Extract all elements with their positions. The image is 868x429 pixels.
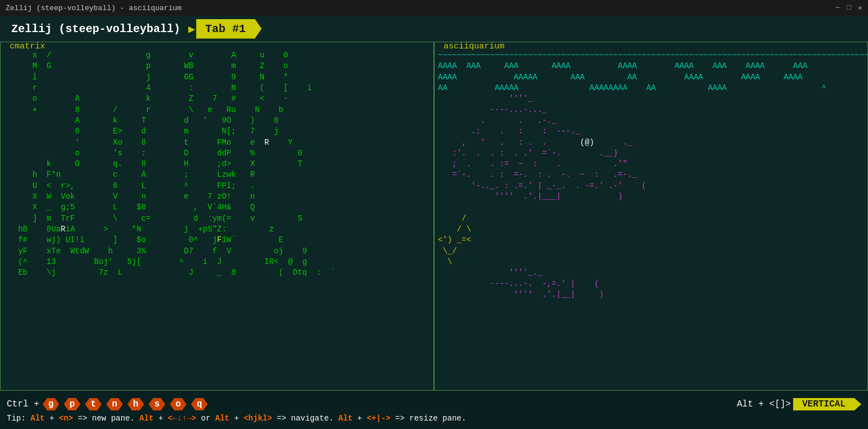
cmatrix-pane-title: cmatrix [7, 42, 47, 51]
tab-arrow-icon: ▶ [188, 22, 195, 36]
tip-text-6: => navigate. [272, 414, 339, 423]
right-keybinding: Alt + <[]> VERTICAL [737, 398, 861, 410]
tip-arrows: <←↓↑→> [168, 414, 196, 423]
tip-text-5: + [229, 414, 243, 423]
keybindings-bar: Ctrl + g p t n h s o q Alt + <[]> VERTIC… [0, 396, 868, 413]
ctrl-label: Ctrl + [7, 399, 39, 409]
key-t[interactable]: t [85, 398, 102, 410]
tip-text-4: + [154, 414, 168, 423]
tip-text-1: Tip: [7, 414, 30, 423]
asciiquarium-pane: asciiquarium ~~~~~~~~~~~~~~~~~~~~~~~~~~~… [434, 42, 868, 391]
tip-alt-4: Alt [338, 414, 352, 423]
key-g[interactable]: g [43, 398, 60, 410]
minimize-button[interactable]: — [836, 3, 840, 12]
key-s[interactable]: s [149, 398, 166, 410]
key-h[interactable]: h [127, 398, 144, 410]
tip-alt-3: Alt [215, 414, 229, 423]
asciiquarium-content: ~~~~~~~~~~~~~~~~~~~~~~~~~~~~~~~~~~~~~~~~… [435, 46, 867, 316]
key-n[interactable]: n [106, 398, 123, 410]
close-button[interactable]: ✕ [858, 3, 862, 12]
key-q[interactable]: q [191, 398, 208, 410]
tip-text-7: + [352, 414, 366, 423]
title-bar: Zellij (steep-volleyball) - asciiquarium… [0, 0, 868, 16]
tip-line: Tip: Alt + <n> => new pane. Alt + <←↓↑→>… [0, 413, 868, 424]
tip-alt-1: Alt [30, 414, 45, 423]
tip-text-2: + [45, 414, 59, 423]
cmatrix-content: s / g v A u 0 M G p WB m Z o l j GG 9 N … [1, 46, 433, 283]
status-bar: Ctrl + g p t n h s o q Alt + <[]> VERTIC… [0, 391, 868, 429]
window-controls: — □ ✕ [836, 3, 862, 12]
asciiquarium-pane-title: asciiquarium [441, 42, 507, 51]
alt-label: Alt + <[]> [737, 399, 791, 409]
main-content: cmatrix s / g v A u 0 M G p WB m Z o l j… [0, 42, 868, 391]
cmatrix-pane: cmatrix s / g v A u 0 M G p WB m Z o l j… [0, 42, 434, 391]
tip-alt-2: Alt [139, 414, 153, 423]
tip-or: or [196, 414, 215, 423]
key-o[interactable]: o [170, 398, 187, 410]
tip-resize: <+|-> [367, 414, 391, 423]
window-title: Zellij (steep-volleyball) - asciiquarium [6, 4, 181, 12]
maximize-button[interactable]: □ [847, 3, 851, 12]
tab-label[interactable]: Tab #1 [196, 19, 262, 39]
tip-n: <n> [59, 414, 73, 423]
tip-text-3: => new pane. [73, 414, 140, 423]
tab-bar: Zellij (steep-volleyball) ▶ Tab #1 [0, 16, 868, 42]
tip-text-8: => resize pane. [391, 414, 466, 423]
tip-hjkl: <hjkl> [243, 414, 272, 423]
app-title: Zellij (steep-volleyball) [5, 19, 187, 39]
vertical-label[interactable]: VERTICAL [793, 398, 861, 410]
key-p[interactable]: p [64, 398, 81, 410]
